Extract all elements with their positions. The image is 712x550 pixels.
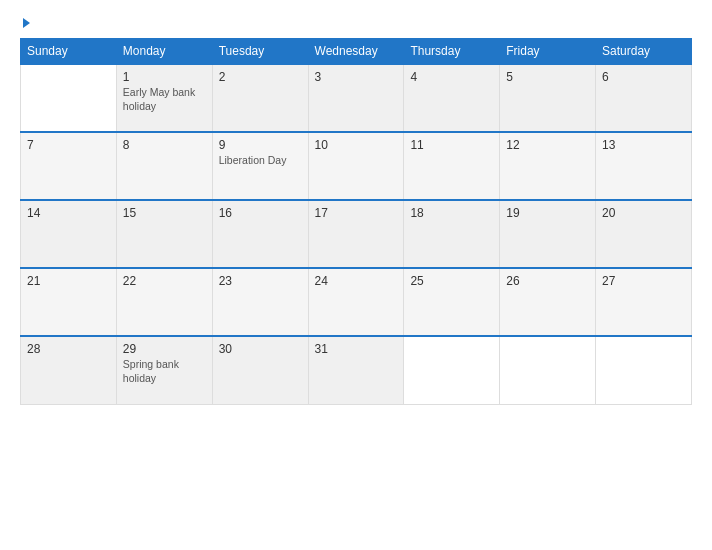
calendar-cell: 14	[21, 200, 117, 268]
day-number: 9	[219, 138, 302, 152]
calendar-cell: 17	[308, 200, 404, 268]
day-number: 24	[315, 274, 398, 288]
calendar-cell: 21	[21, 268, 117, 336]
day-number: 23	[219, 274, 302, 288]
calendar-cell: 26	[500, 268, 596, 336]
calendar-cell: 3	[308, 64, 404, 132]
day-number: 18	[410, 206, 493, 220]
week-row-0: 1Early May bank holiday23456	[21, 64, 692, 132]
day-number: 15	[123, 206, 206, 220]
header	[20, 18, 692, 28]
day-number: 16	[219, 206, 302, 220]
calendar-cell: 7	[21, 132, 117, 200]
calendar-cell: 12	[500, 132, 596, 200]
day-number: 4	[410, 70, 493, 84]
calendar-cell	[404, 336, 500, 404]
holiday-label: Spring bank holiday	[123, 358, 206, 385]
day-number: 14	[27, 206, 110, 220]
day-number: 26	[506, 274, 589, 288]
weekday-header-tuesday: Tuesday	[212, 39, 308, 65]
day-number: 21	[27, 274, 110, 288]
weekday-header-sunday: Sunday	[21, 39, 117, 65]
calendar-cell: 28	[21, 336, 117, 404]
calendar-cell: 15	[116, 200, 212, 268]
calendar-cell: 10	[308, 132, 404, 200]
calendar-cell: 18	[404, 200, 500, 268]
calendar-cell: 11	[404, 132, 500, 200]
day-number: 1	[123, 70, 206, 84]
weekday-header-monday: Monday	[116, 39, 212, 65]
calendar-cell: 13	[596, 132, 692, 200]
day-number: 22	[123, 274, 206, 288]
calendar-cell: 30	[212, 336, 308, 404]
calendar-cell: 20	[596, 200, 692, 268]
weekday-header-saturday: Saturday	[596, 39, 692, 65]
holiday-label: Liberation Day	[219, 154, 302, 168]
calendar-cell: 25	[404, 268, 500, 336]
day-number: 20	[602, 206, 685, 220]
calendar-cell	[500, 336, 596, 404]
page: SundayMondayTuesdayWednesdayThursdayFrid…	[0, 0, 712, 550]
day-number: 31	[315, 342, 398, 356]
day-number: 30	[219, 342, 302, 356]
week-row-3: 21222324252627	[21, 268, 692, 336]
day-number: 7	[27, 138, 110, 152]
calendar-cell: 5	[500, 64, 596, 132]
calendar-cell: 23	[212, 268, 308, 336]
calendar-cell: 8	[116, 132, 212, 200]
day-number: 6	[602, 70, 685, 84]
calendar-cell: 27	[596, 268, 692, 336]
weekday-header-thursday: Thursday	[404, 39, 500, 65]
calendar-cell: 4	[404, 64, 500, 132]
day-number: 5	[506, 70, 589, 84]
day-number: 29	[123, 342, 206, 356]
calendar-cell: 22	[116, 268, 212, 336]
calendar-cell: 29Spring bank holiday	[116, 336, 212, 404]
calendar-cell: 2	[212, 64, 308, 132]
day-number: 11	[410, 138, 493, 152]
week-row-1: 789Liberation Day10111213	[21, 132, 692, 200]
day-number: 2	[219, 70, 302, 84]
day-number: 8	[123, 138, 206, 152]
calendar-cell: 19	[500, 200, 596, 268]
calendar-cell: 9Liberation Day	[212, 132, 308, 200]
week-row-2: 14151617181920	[21, 200, 692, 268]
day-number: 10	[315, 138, 398, 152]
logo-blue-text	[20, 18, 30, 28]
day-number: 27	[602, 274, 685, 288]
day-number: 28	[27, 342, 110, 356]
logo	[20, 18, 30, 28]
week-row-4: 2829Spring bank holiday3031	[21, 336, 692, 404]
calendar-cell: 31	[308, 336, 404, 404]
calendar-cell: 6	[596, 64, 692, 132]
weekday-header-row: SundayMondayTuesdayWednesdayThursdayFrid…	[21, 39, 692, 65]
day-number: 12	[506, 138, 589, 152]
calendar-table: SundayMondayTuesdayWednesdayThursdayFrid…	[20, 38, 692, 405]
holiday-label: Early May bank holiday	[123, 86, 206, 113]
day-number: 13	[602, 138, 685, 152]
weekday-header-friday: Friday	[500, 39, 596, 65]
calendar-cell	[21, 64, 117, 132]
logo-triangle-icon	[23, 18, 30, 28]
weekday-header-wednesday: Wednesday	[308, 39, 404, 65]
calendar-cell: 16	[212, 200, 308, 268]
day-number: 25	[410, 274, 493, 288]
calendar-cell: 24	[308, 268, 404, 336]
day-number: 19	[506, 206, 589, 220]
calendar-cell: 1Early May bank holiday	[116, 64, 212, 132]
day-number: 17	[315, 206, 398, 220]
day-number: 3	[315, 70, 398, 84]
calendar-cell	[596, 336, 692, 404]
